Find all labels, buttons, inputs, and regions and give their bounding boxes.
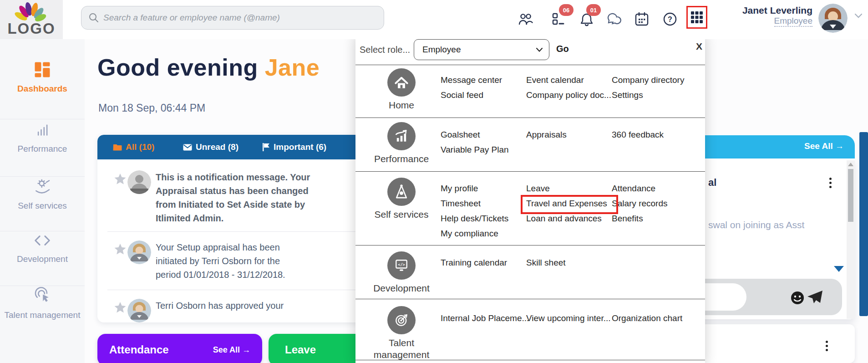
scroll-up-icon[interactable] xyxy=(848,163,853,166)
tasks-button[interactable]: 06 xyxy=(545,6,572,32)
close-icon[interactable]: X xyxy=(696,41,702,52)
sidebar-item-label: Talent management xyxy=(0,310,85,320)
divider xyxy=(0,286,85,286)
role-select[interactable]: Employee xyxy=(414,39,549,60)
role-select-value: Employee xyxy=(422,45,461,55)
menu-link-loan-and-advances[interactable]: Loan and advances xyxy=(526,214,602,224)
menu-link-timesheet[interactable]: Timesheet xyxy=(441,199,481,209)
menu-link-my-compliance[interactable]: My compliance xyxy=(441,229,498,239)
logo-leaves-icon xyxy=(12,1,51,22)
star-icon[interactable] xyxy=(114,173,127,185)
notification-avatar xyxy=(127,170,151,194)
user-role[interactable]: Employee xyxy=(774,16,813,27)
menu-link-message-center[interactable]: Message center xyxy=(441,75,502,85)
menu-link-company-policy[interactable]: Company policy doc... xyxy=(526,90,611,100)
right-panel-see-all-link[interactable]: See All → xyxy=(804,141,844,151)
attendance-card-title: Attendance xyxy=(109,343,169,356)
attendance-card[interactable]: Attendance See All → xyxy=(97,334,262,363)
menu-link-attendance[interactable]: Attendance xyxy=(612,184,655,194)
menu-link-organization-chart[interactable]: Organization chart xyxy=(612,313,682,323)
people-icon xyxy=(518,12,533,26)
help-button[interactable]: ? xyxy=(657,6,683,32)
sidebar-item-label: Development xyxy=(0,254,85,264)
sidebar-item-dashboards[interactable]: Dashboards xyxy=(0,61,85,94)
menu-link-settings[interactable]: Settings xyxy=(612,90,643,100)
divider xyxy=(355,299,705,299)
menu-link-goalsheet[interactable]: Goalsheet xyxy=(441,130,480,140)
search-bar[interactable]: Search a feature or employee name (@name… xyxy=(81,6,384,30)
tab-important-label: Important (6) xyxy=(274,142,326,152)
sidebar-item-self-services[interactable]: Self services xyxy=(0,177,85,211)
tab-all[interactable]: All (10) xyxy=(113,135,154,159)
menu-link-skill-sheet[interactable]: Skill sheet xyxy=(526,258,566,268)
tab-important[interactable]: Important (6) xyxy=(262,135,326,159)
menu-link-company-directory[interactable]: Company directory xyxy=(612,75,684,85)
divider xyxy=(355,360,705,360)
menu-link-benefits[interactable]: Benefits xyxy=(612,214,643,224)
divider xyxy=(107,290,370,290)
menu-link-internal-job-placement[interactable]: Internal Job Placeme... xyxy=(441,313,529,323)
menu-link-help-desk[interactable]: Help desk/Tickets xyxy=(441,214,508,224)
section-self-services-label: Self services xyxy=(369,209,434,220)
app-logo[interactable]: LOGO xyxy=(0,0,63,39)
menu-link-my-profile[interactable]: My profile xyxy=(441,184,478,194)
collapse-triangle-icon[interactable] xyxy=(834,266,844,272)
home-icon xyxy=(387,68,416,97)
menu-link-leave[interactable]: Leave xyxy=(526,184,550,194)
menu-link-360-feedback[interactable]: 360 feedback xyxy=(612,130,664,140)
section-talent-management-label: Talent management xyxy=(369,337,434,361)
tab-unread-label: Unread (8) xyxy=(196,142,239,152)
performance-icon xyxy=(387,122,416,150)
user-menu[interactable]: Janet Leverling Employee xyxy=(719,5,812,27)
section-performance-label: Performance xyxy=(369,153,434,165)
right-panel-scrollbar[interactable] xyxy=(847,160,855,319)
star-icon[interactable] xyxy=(114,302,127,314)
divider xyxy=(107,231,370,232)
mega-menu-popup: Select role... Employee Go X Home Messag… xyxy=(355,33,705,363)
notifications-button[interactable]: 01 xyxy=(574,6,600,32)
menu-link-view-upcoming-interviews[interactable]: View upcoming inter... xyxy=(526,313,611,323)
menu-link-event-calendar[interactable]: Event calendar xyxy=(526,75,584,85)
calendar-icon xyxy=(635,12,649,26)
employees-button[interactable] xyxy=(513,6,539,32)
menu-link-salary-records[interactable]: Salary records xyxy=(612,199,668,209)
star-icon[interactable] xyxy=(114,243,127,256)
engagement-icon xyxy=(33,286,51,305)
svg-text:?: ? xyxy=(668,15,672,23)
tab-unread[interactable]: Unread (8) xyxy=(183,135,239,159)
menu-link-training-calendar[interactable]: Training calendar xyxy=(441,258,507,268)
emoji-icon[interactable] xyxy=(790,291,805,305)
chevron-down-icon xyxy=(536,48,543,52)
divider xyxy=(355,171,705,172)
right-panel-clipped-title: al xyxy=(708,177,716,189)
calendar-button[interactable] xyxy=(629,6,655,32)
kebab-menu-icon[interactable] xyxy=(826,341,828,351)
sidebar-item-development[interactable]: Development xyxy=(0,232,85,264)
scrollbar-thumb[interactable] xyxy=(848,169,853,222)
grid-menu-icon xyxy=(690,11,703,24)
user-avatar[interactable] xyxy=(818,4,848,33)
attendance-see-all-link[interactable]: See All → xyxy=(213,345,250,355)
kebab-menu-icon[interactable] xyxy=(829,178,832,188)
notification-text[interactable]: Terri Osborn has approved your xyxy=(156,299,351,312)
tasks-badge: 06 xyxy=(559,4,574,16)
apps-grid-button[interactable] xyxy=(686,6,707,29)
go-button[interactable]: Go xyxy=(556,44,569,54)
notification-text[interactable]: This is a notification message. Your App… xyxy=(156,170,320,225)
menu-link-appraisals[interactable]: Appraisals xyxy=(526,130,567,140)
chevron-down-icon[interactable] xyxy=(855,14,862,18)
user-name: Janet Leverling xyxy=(719,5,812,16)
notification-text[interactable]: Your Setup appraisal has been initiated … xyxy=(156,240,306,281)
sidebar-nav: Dashboards Performance Self services xyxy=(0,39,85,363)
greeting-text: Good evening xyxy=(97,54,265,81)
sidebar-item-talent-management[interactable]: Talent management xyxy=(0,286,85,320)
send-icon[interactable] xyxy=(807,290,823,304)
right-edge-panel-strip xyxy=(859,132,868,316)
sidebar-item-label: Self services xyxy=(0,201,85,211)
chat-button[interactable] xyxy=(602,6,628,32)
menu-link-social-feed[interactable]: Social feed xyxy=(441,90,483,100)
sidebar-item-performance[interactable]: Performance xyxy=(0,121,85,154)
menu-link-variable-pay-plan[interactable]: Variable Pay Plan xyxy=(441,145,509,155)
section-home-label: Home xyxy=(369,99,434,111)
search-icon xyxy=(89,13,99,23)
